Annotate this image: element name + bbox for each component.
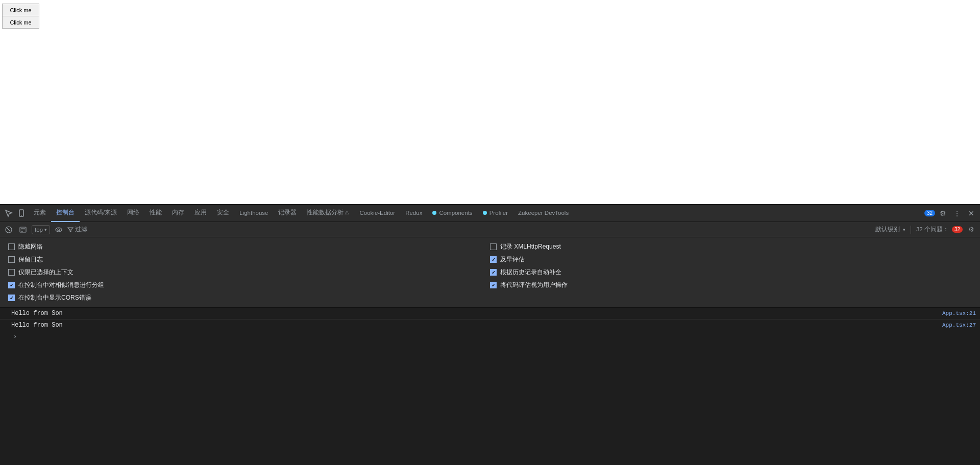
setting-log-xmlhttp-label: 记录 XMLHttpRequest: [500, 242, 561, 251]
context-arrow: ▾: [44, 227, 47, 232]
console-link-2[interactable]: App.tsx:27: [942, 322, 976, 328]
settings-right-col: 记录 XMLHttpRequest 及早评估 根据历史记录自动补全 将代码评估视…: [490, 242, 972, 302]
setting-log-xmlhttp: 记录 XMLHttpRequest: [490, 242, 972, 251]
tab-console[interactable]: 控制台: [51, 205, 80, 222]
settings-left-col: 隐藏网络 保留日志 仅限已选择的上下文 在控制台中对相似消息进行分组 在控制台中…: [8, 242, 490, 302]
checkbox-preserve-log[interactable]: [8, 256, 15, 263]
devtools-right-icons: 32 ⚙ ⋮ ✕: [922, 207, 978, 220]
console-toolbar: top ▾ 过滤 默认级别 ▾ 32 个问题： 32 ⚙: [0, 222, 980, 237]
level-label: 默认级别: [875, 226, 900, 233]
browser-viewport: Click me Click me: [0, 0, 980, 204]
checkbox-group-similar[interactable]: [8, 282, 15, 288]
more-options-icon[interactable]: ⋮: [950, 207, 964, 220]
tab-performance[interactable]: 性能: [144, 205, 167, 222]
click-me-button-2[interactable]: Click me: [2, 16, 39, 29]
setting-selected-context: 仅限已选择的上下文: [8, 268, 490, 277]
components-dot: [432, 211, 436, 215]
devtools-inspect-icon[interactable]: [2, 207, 15, 220]
tab-network[interactable]: 网络: [122, 205, 144, 222]
setting-eager-eval: 及早评估: [490, 255, 972, 264]
checkbox-show-cors[interactable]: [8, 295, 15, 301]
close-devtools-icon[interactable]: ✕: [965, 207, 978, 220]
console-row-2[interactable]: Hello from Son App.tsx:27: [0, 320, 980, 331]
checkbox-log-xmlhttp[interactable]: [490, 243, 497, 250]
devtools-tabs-bar: 元素 控制台 源代码/来源 网络 性能 内存 应用 安全 Lighthouse …: [0, 205, 980, 222]
tab-app[interactable]: 应用: [189, 205, 212, 222]
tab-recorder[interactable]: 记录器: [273, 205, 302, 222]
console-text-2: Hello from Son: [11, 322, 942, 329]
setting-hide-network-label: 隐藏网络: [18, 242, 43, 251]
issue-text: 32 个问题：: [916, 226, 949, 233]
setting-group-similar: 在控制台中对相似消息进行分组: [8, 281, 490, 289]
tab-elements[interactable]: 元素: [29, 205, 51, 222]
setting-treat-code: 将代码评估视为用户操作: [490, 281, 972, 289]
filter-btn[interactable]: 过滤: [67, 226, 87, 233]
filter-label: 过滤: [75, 226, 87, 233]
console-output: Hello from Son App.tsx:21 Hello from Son…: [0, 308, 980, 465]
setting-preserve-log: 保留日志: [8, 255, 490, 264]
prompt-arrow: ›: [13, 333, 17, 340]
tab-profiler[interactable]: Profiler: [478, 205, 513, 222]
console-row-1[interactable]: Hello from Son App.tsx:21: [0, 308, 980, 320]
svg-point-1: [21, 215, 22, 216]
setting-hide-network: 隐藏网络: [8, 242, 490, 251]
console-prompt-row[interactable]: ›: [0, 331, 980, 342]
svg-point-9: [58, 229, 60, 231]
setting-eager-eval-label: 及早评估: [500, 255, 525, 264]
settings-icon[interactable]: ⚙: [936, 207, 949, 220]
tab-perf-insights[interactable]: 性能数据分析 ⚠: [302, 205, 354, 222]
setting-treat-code-label: 将代码评估视为用户操作: [500, 281, 568, 289]
settings-panel: 隐藏网络 保留日志 仅限已选择的上下文 在控制台中对相似消息进行分组 在控制台中…: [0, 237, 980, 308]
setting-group-similar-label: 在控制台中对相似消息进行分组: [18, 281, 104, 289]
profiler-dot: [483, 211, 487, 215]
console-gear-icon[interactable]: ⚙: [966, 224, 977, 235]
setting-show-cors-label: 在控制台中显示CORS错误: [18, 293, 91, 302]
tab-memory[interactable]: 内存: [167, 205, 189, 222]
console-toolbar-right: 默认级别 ▾ 32 个问题： 32 ⚙: [875, 224, 977, 235]
tab-lighthouse[interactable]: Lighthouse: [234, 205, 273, 222]
checkbox-selected-context[interactable]: [8, 269, 15, 276]
setting-selected-context-label: 仅限已选择的上下文: [18, 268, 74, 277]
setting-show-cors: 在控制台中显示CORS错误: [8, 293, 490, 302]
checkbox-hide-network[interactable]: [8, 243, 15, 250]
setting-auto-complete-label: 根据历史记录自动补全: [500, 268, 561, 277]
eye-icon[interactable]: [53, 224, 64, 235]
level-arrow: ▾: [903, 227, 905, 232]
devtools-panel: 元素 控制台 源代码/来源 网络 性能 内存 应用 安全 Lighthouse …: [0, 204, 980, 465]
tab-redux[interactable]: Redux: [400, 205, 427, 222]
checkbox-auto-complete[interactable]: [490, 269, 497, 276]
devtools-device-icon[interactable]: [15, 207, 29, 220]
click-me-button-1[interactable]: Click me: [2, 4, 39, 16]
error-badge: 32: [924, 210, 935, 216]
checkbox-treat-code[interactable]: [490, 282, 497, 288]
svg-line-3: [7, 228, 10, 231]
context-selector[interactable]: top ▾: [32, 225, 50, 234]
console-link-1[interactable]: App.tsx:21: [942, 310, 976, 316]
tab-zukeeper[interactable]: Zukeeper DevTools: [513, 205, 574, 222]
clear-console-icon[interactable]: [3, 224, 14, 235]
setting-preserve-log-label: 保留日志: [18, 255, 43, 264]
issue-badge: 32: [952, 226, 963, 233]
context-label: top: [35, 227, 43, 233]
tab-security[interactable]: 安全: [212, 205, 234, 222]
tab-sources[interactable]: 源代码/来源: [80, 205, 122, 222]
show-messages-icon[interactable]: [17, 224, 29, 235]
tab-cookie-editor[interactable]: Cookie-Editor: [354, 205, 400, 222]
checkbox-eager-eval[interactable]: [490, 256, 497, 263]
svg-point-8: [56, 228, 62, 232]
setting-auto-complete: 根据历史记录自动补全: [490, 268, 972, 277]
console-text-1: Hello from Son: [11, 310, 942, 317]
tab-components[interactable]: Components: [427, 205, 477, 222]
